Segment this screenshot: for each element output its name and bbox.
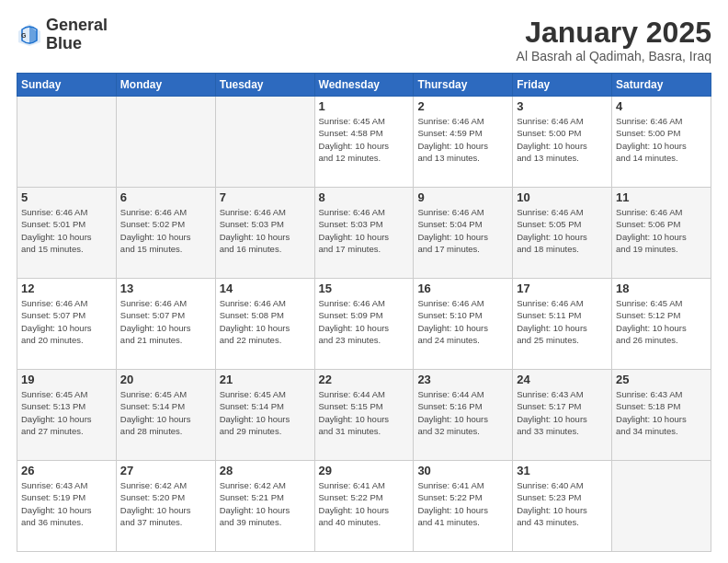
weekday-header-friday: Friday: [513, 74, 612, 97]
day-number: 5: [21, 190, 112, 204]
day-number: 8: [319, 190, 410, 204]
logo-blue: Blue: [46, 35, 108, 53]
calendar-cell: 10Sunrise: 6:46 AM Sunset: 5:05 PM Dayli…: [513, 188, 612, 279]
day-number: 24: [517, 373, 608, 386]
calendar-cell: [116, 97, 215, 188]
calendar-cell: 23Sunrise: 6:44 AM Sunset: 5:16 PM Dayli…: [414, 370, 513, 461]
logo: G General Blue: [17, 17, 108, 53]
day-info: Sunrise: 6:43 AM Sunset: 5:17 PM Dayligh…: [517, 388, 608, 437]
day-number: 18: [616, 282, 707, 295]
day-number: 16: [417, 282, 508, 295]
day-number: 13: [120, 282, 211, 295]
calendar-cell: 20Sunrise: 6:45 AM Sunset: 5:14 PM Dayli…: [116, 370, 215, 461]
day-number: 27: [120, 464, 211, 477]
calendar-cell: 6Sunrise: 6:46 AM Sunset: 5:02 PM Daylig…: [116, 188, 215, 279]
day-info: Sunrise: 6:46 AM Sunset: 5:01 PM Dayligh…: [21, 206, 112, 255]
day-number: 22: [319, 373, 410, 386]
day-number: 10: [517, 190, 608, 204]
calendar-cell: 24Sunrise: 6:43 AM Sunset: 5:17 PM Dayli…: [513, 370, 612, 461]
calendar-cell: 16Sunrise: 6:46 AM Sunset: 5:10 PM Dayli…: [414, 279, 513, 370]
calendar-cell: 7Sunrise: 6:46 AM Sunset: 5:03 PM Daylig…: [215, 188, 314, 279]
day-number: 12: [21, 282, 112, 295]
day-info: Sunrise: 6:46 AM Sunset: 5:05 PM Dayligh…: [517, 206, 608, 255]
calendar-cell: 29Sunrise: 6:41 AM Sunset: 5:22 PM Dayli…: [314, 461, 414, 552]
weekday-header-sunday: Sunday: [17, 74, 117, 97]
weekday-header-saturday: Saturday: [612, 74, 711, 97]
calendar-cell: 17Sunrise: 6:46 AM Sunset: 5:11 PM Dayli…: [513, 279, 612, 370]
calendar-cell: 22Sunrise: 6:44 AM Sunset: 5:15 PM Dayli…: [314, 370, 414, 461]
calendar-cell: [612, 461, 711, 552]
day-info: Sunrise: 6:46 AM Sunset: 5:03 PM Dayligh…: [319, 206, 410, 255]
weekday-header-row: SundayMondayTuesdayWednesdayThursdayFrid…: [17, 74, 711, 97]
calendar-cell: 2Sunrise: 6:46 AM Sunset: 4:59 PM Daylig…: [414, 97, 513, 188]
day-info: Sunrise: 6:46 AM Sunset: 5:04 PM Dayligh…: [417, 206, 508, 255]
day-number: 7: [220, 190, 311, 204]
weekday-header-thursday: Thursday: [414, 74, 513, 97]
day-info: Sunrise: 6:45 AM Sunset: 5:14 PM Dayligh…: [220, 388, 311, 437]
day-info: Sunrise: 6:46 AM Sunset: 5:07 PM Dayligh…: [120, 297, 211, 346]
calendar-cell: 30Sunrise: 6:41 AM Sunset: 5:22 PM Dayli…: [414, 461, 513, 552]
day-info: Sunrise: 6:46 AM Sunset: 5:03 PM Dayligh…: [220, 206, 311, 255]
calendar-cell: 19Sunrise: 6:45 AM Sunset: 5:13 PM Dayli…: [17, 370, 117, 461]
day-info: Sunrise: 6:40 AM Sunset: 5:23 PM Dayligh…: [517, 479, 608, 528]
day-number: 11: [616, 190, 707, 204]
page: G General Blue January 2025 Al Basrah al…: [0, 0, 728, 563]
day-number: 14: [220, 282, 311, 295]
calendar-table: SundayMondayTuesdayWednesdayThursdayFrid…: [17, 73, 711, 552]
day-number: 6: [120, 190, 211, 204]
calendar-cell: 28Sunrise: 6:42 AM Sunset: 5:21 PM Dayli…: [215, 461, 314, 552]
week-row-3: 12Sunrise: 6:46 AM Sunset: 5:07 PM Dayli…: [17, 279, 711, 370]
day-info: Sunrise: 6:43 AM Sunset: 5:19 PM Dayligh…: [21, 479, 112, 528]
day-number: 4: [616, 99, 707, 113]
day-info: Sunrise: 6:45 AM Sunset: 5:13 PM Dayligh…: [21, 388, 112, 437]
day-info: Sunrise: 6:46 AM Sunset: 5:00 PM Dayligh…: [616, 115, 707, 164]
title-block: January 2025 Al Basrah al Qadimah, Basra…: [517, 17, 711, 63]
day-number: 21: [220, 373, 311, 386]
svg-text:G: G: [21, 32, 27, 39]
calendar-cell: 12Sunrise: 6:46 AM Sunset: 5:07 PM Dayli…: [17, 279, 117, 370]
day-info: Sunrise: 6:43 AM Sunset: 5:18 PM Dayligh…: [616, 388, 707, 437]
day-info: Sunrise: 6:42 AM Sunset: 5:21 PM Dayligh…: [220, 479, 311, 528]
week-row-4: 19Sunrise: 6:45 AM Sunset: 5:13 PM Dayli…: [17, 370, 711, 461]
day-info: Sunrise: 6:46 AM Sunset: 4:59 PM Dayligh…: [417, 115, 508, 164]
day-info: Sunrise: 6:41 AM Sunset: 5:22 PM Dayligh…: [417, 479, 508, 528]
weekday-header-tuesday: Tuesday: [215, 74, 314, 97]
day-info: Sunrise: 6:45 AM Sunset: 4:58 PM Dayligh…: [319, 115, 410, 164]
day-info: Sunrise: 6:46 AM Sunset: 5:02 PM Dayligh…: [120, 206, 211, 255]
calendar-cell: 9Sunrise: 6:46 AM Sunset: 5:04 PM Daylig…: [414, 188, 513, 279]
day-number: 20: [120, 373, 211, 386]
calendar-cell: 11Sunrise: 6:46 AM Sunset: 5:06 PM Dayli…: [612, 188, 711, 279]
day-number: 26: [21, 464, 112, 477]
calendar-cell: 25Sunrise: 6:43 AM Sunset: 5:18 PM Dayli…: [612, 370, 711, 461]
day-info: Sunrise: 6:46 AM Sunset: 5:11 PM Dayligh…: [517, 297, 608, 346]
calendar-cell: 8Sunrise: 6:46 AM Sunset: 5:03 PM Daylig…: [314, 188, 414, 279]
calendar-cell: 18Sunrise: 6:45 AM Sunset: 5:12 PM Dayli…: [612, 279, 711, 370]
week-row-1: 1Sunrise: 6:45 AM Sunset: 4:58 PM Daylig…: [17, 97, 711, 188]
day-number: 9: [417, 190, 508, 204]
calendar-cell: [17, 97, 117, 188]
day-number: 28: [220, 464, 311, 477]
day-info: Sunrise: 6:44 AM Sunset: 5:15 PM Dayligh…: [319, 388, 410, 437]
day-number: 2: [417, 99, 508, 113]
weekday-header-monday: Monday: [116, 74, 215, 97]
day-number: 3: [517, 99, 608, 113]
logo-text: General Blue: [46, 17, 108, 53]
calendar-cell: 3Sunrise: 6:46 AM Sunset: 5:00 PM Daylig…: [513, 97, 612, 188]
location: Al Basrah al Qadimah, Basra, Iraq: [517, 49, 711, 63]
calendar-cell: 27Sunrise: 6:42 AM Sunset: 5:20 PM Dayli…: [116, 461, 215, 552]
week-row-5: 26Sunrise: 6:43 AM Sunset: 5:19 PM Dayli…: [17, 461, 711, 552]
day-info: Sunrise: 6:46 AM Sunset: 5:07 PM Dayligh…: [21, 297, 112, 346]
calendar-cell: 31Sunrise: 6:40 AM Sunset: 5:23 PM Dayli…: [513, 461, 612, 552]
day-number: 1: [319, 99, 410, 113]
header: G General Blue January 2025 Al Basrah al…: [17, 17, 711, 63]
day-number: 17: [517, 282, 608, 295]
day-info: Sunrise: 6:45 AM Sunset: 5:14 PM Dayligh…: [120, 388, 211, 437]
day-number: 15: [319, 282, 410, 295]
day-info: Sunrise: 6:44 AM Sunset: 5:16 PM Dayligh…: [417, 388, 508, 437]
calendar-cell: [215, 97, 314, 188]
calendar-cell: 21Sunrise: 6:45 AM Sunset: 5:14 PM Dayli…: [215, 370, 314, 461]
day-info: Sunrise: 6:46 AM Sunset: 5:00 PM Dayligh…: [517, 115, 608, 164]
day-number: 23: [417, 373, 508, 386]
day-info: Sunrise: 6:46 AM Sunset: 5:08 PM Dayligh…: [220, 297, 311, 346]
day-number: 30: [417, 464, 508, 477]
